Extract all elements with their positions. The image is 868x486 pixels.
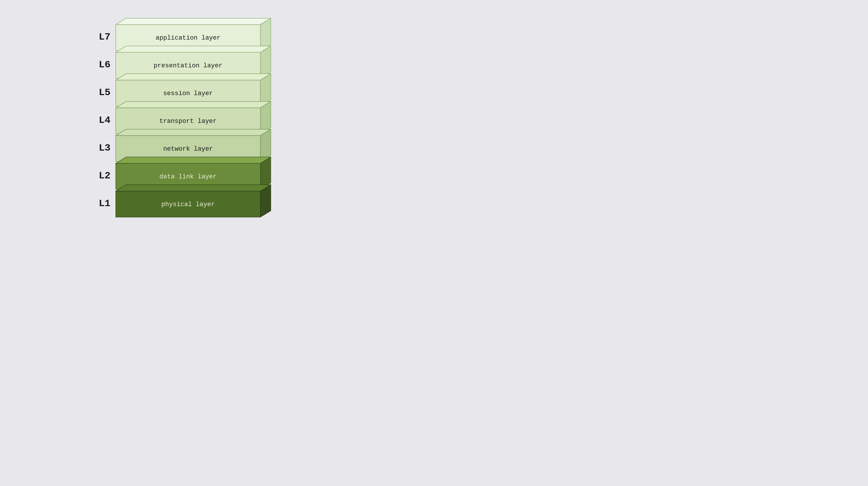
layer-name-L4: transport layer	[159, 118, 217, 125]
layer-group-L2: data link layerL2	[99, 157, 271, 189]
layer-group-L6: presentation layerL6	[99, 46, 271, 78]
svg-marker-15	[116, 157, 271, 163]
layer-label-L4: L4	[99, 115, 111, 126]
svg-marker-12	[116, 129, 271, 136]
layer-group-L1: physical layerL1	[99, 185, 271, 217]
svg-marker-0	[116, 18, 271, 25]
layer-group-L4: transport layerL4	[99, 101, 271, 134]
svg-marker-3	[116, 46, 271, 52]
svg-marker-9	[116, 101, 271, 108]
osi-diagram: application layerL7presentation layerL6s…	[116, 18, 318, 225]
layer-name-L6: presentation layer	[154, 62, 222, 69]
layer-name-L3: network layer	[163, 145, 213, 153]
layer-group-L3: network layerL3	[99, 129, 271, 162]
layer-group-L5: session layerL5	[99, 74, 271, 106]
layer-label-L1: L1	[99, 198, 111, 209]
layer-label-L6: L6	[99, 59, 111, 70]
layer-label-L7: L7	[99, 32, 111, 42]
layer-label-L3: L3	[99, 142, 111, 154]
layer-name-L2: data link layer	[159, 173, 217, 181]
layer-name-L1: physical layer	[161, 201, 215, 208]
layer-name-L7: application layer	[156, 34, 220, 42]
layer-name-L5: session layer	[163, 90, 213, 97]
layer-group-L7: application layerL7	[99, 18, 271, 51]
layer-label-L5: L5	[99, 87, 111, 98]
svg-marker-6	[116, 74, 271, 80]
svg-marker-18	[116, 185, 271, 191]
layer-label-L2: L2	[99, 170, 111, 181]
